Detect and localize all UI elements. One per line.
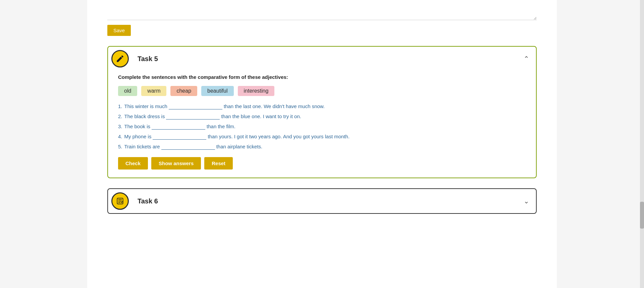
sentence-4-before: My phone is	[124, 134, 152, 139]
chip-warm: warm	[141, 86, 166, 96]
sentences: 1. This winter is much than the last one…	[118, 103, 526, 150]
sentence-2: 2. The black dress is than the blue one.…	[118, 113, 526, 119]
top-textarea[interactable]	[107, 7, 537, 20]
sentence-1: 1. This winter is much than the last one…	[118, 103, 526, 109]
sentence-5-input[interactable]	[161, 144, 215, 150]
sentence-3-input[interactable]	[152, 124, 205, 130]
task5-buttons: Check Show answers Reset	[118, 157, 526, 170]
sentence-4: 4. My phone is than yours. I got it two …	[118, 134, 526, 140]
sentence-3: 3. The book is than the film.	[118, 124, 526, 130]
sentence-3-before: The book is	[124, 124, 151, 129]
task6-card: Task 6 ⌄	[107, 188, 537, 214]
task6-header[interactable]: Task 6 ⌄	[108, 189, 536, 213]
task5-card: Task 5 ⌃ Complete the sentences with the…	[107, 46, 537, 178]
sentence-5-num: 5.	[118, 144, 122, 149]
list-icon	[116, 197, 124, 205]
task5-header[interactable]: Task 5 ⌃	[108, 47, 536, 71]
sentence-1-num: 1.	[118, 103, 122, 109]
show-answers-button[interactable]: Show answers	[151, 157, 201, 170]
top-section: Save	[107, 7, 537, 36]
task5-title: Task 5	[138, 55, 524, 63]
scrollbar-thumb[interactable]	[640, 202, 644, 229]
sentence-4-after: than yours. I got it two years ago. And …	[208, 134, 350, 139]
chip-cheap: cheap	[170, 86, 197, 96]
sentence-4-num: 4.	[118, 134, 122, 139]
task5-instruction: Complete the sentences with the comparat…	[118, 74, 526, 80]
task6-icon-circle	[111, 192, 129, 210]
task5-chevron: ⌃	[524, 55, 529, 63]
sentence-5-after: than airplane tickets.	[216, 144, 263, 149]
sentence-5-before: Train tickets are	[124, 144, 160, 149]
sentence-2-before: The black dress is	[124, 113, 165, 119]
sentence-2-input[interactable]	[166, 113, 220, 119]
chip-beautiful: beautiful	[201, 86, 234, 96]
check-button[interactable]: Check	[118, 157, 148, 170]
sentence-2-num: 2.	[118, 113, 122, 119]
pencil-icon	[116, 54, 124, 63]
sentence-3-after: than the film.	[207, 124, 235, 129]
sentence-1-after: than the last one. We didn't have much s…	[224, 103, 325, 109]
page-container: Save Task 5 ⌃ Complete the sentences wit…	[87, 0, 557, 288]
task5-body: Complete the sentences with the comparat…	[108, 71, 536, 178]
sentence-1-input[interactable]	[169, 103, 222, 109]
sentence-1-before: This winter is much	[124, 103, 167, 109]
task6-chevron: ⌄	[524, 197, 529, 205]
chip-interesting: interesting	[238, 86, 275, 96]
sentence-2-after: than the blue one. I want to try it on.	[221, 113, 301, 119]
task6-title: Task 6	[138, 197, 524, 205]
sentence-4-input[interactable]	[153, 134, 206, 140]
sentence-3-num: 3.	[118, 124, 122, 129]
task5-icon-circle	[111, 50, 129, 67]
reset-button[interactable]: Reset	[204, 157, 233, 170]
save-button[interactable]: Save	[107, 25, 131, 36]
sentence-5: 5. Train tickets are than airplane ticke…	[118, 144, 526, 150]
chip-old: old	[118, 86, 137, 96]
scrollbar-track[interactable]	[640, 0, 644, 288]
word-chips: old warm cheap beautiful interesting	[118, 86, 526, 96]
